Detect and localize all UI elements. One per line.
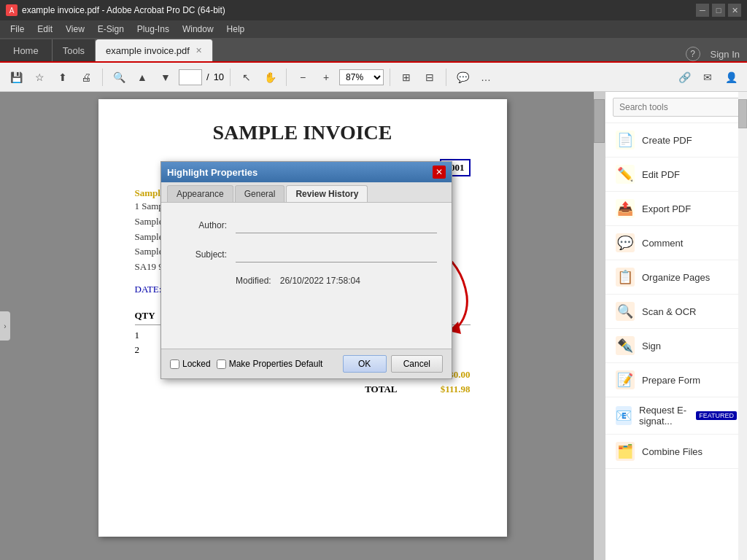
tab-close-button[interactable]: ✕: [196, 46, 202, 55]
print-button[interactable]: 🖨: [76, 67, 96, 88]
pdf-scrollbar[interactable]: [594, 92, 605, 560]
bookmark-button[interactable]: ☆: [29, 67, 50, 88]
menu-window[interactable]: Window: [177, 23, 220, 36]
fit-page-button[interactable]: ⊞: [396, 67, 417, 88]
maximize-button[interactable]: □: [712, 4, 725, 17]
subject-field: Subject: Invoice Number: [176, 246, 437, 262]
dialog-content: Author: lee Subject: Invoice Number Modi…: [161, 203, 452, 349]
locked-checkbox[interactable]: [170, 359, 179, 369]
tool-item-request-esign[interactable]: 📧 Request E-signat... FEATURED: [605, 397, 747, 435]
date-label: DATE:: [135, 284, 162, 295]
ok-button[interactable]: OK: [343, 355, 387, 373]
cancel-button[interactable]: Cancel: [391, 355, 443, 373]
zoom-out-button[interactable]: 🔍: [109, 67, 129, 88]
menu-plugins[interactable]: Plug-Ins: [131, 23, 175, 36]
modified-field: Modified: 26/10/2022 17:58:04: [176, 276, 437, 293]
main-area: › SAMPLE INVOICE INVOICE NO: 1001 Sample…: [0, 92, 747, 560]
save-button[interactable]: 💾: [6, 67, 26, 88]
page-total: 10: [214, 71, 224, 82]
zoom-select[interactable]: 87% 50% 75% 100% 125% 150%: [339, 69, 384, 85]
pdf-scrollbar-thumb[interactable]: [594, 99, 605, 143]
menu-bar: File Edit View E-Sign Plug-Ins Window He…: [0, 20, 747, 38]
tools-scrollbar-thumb[interactable]: [738, 99, 747, 128]
organize-pages-icon: 📋: [616, 268, 635, 287]
title-bar: A example invoice.pdf - Adobe Acrobat Pr…: [0, 0, 747, 20]
tool-item-scan-ocr[interactable]: 🔍 Scan & OCR: [605, 295, 747, 329]
tab-home[interactable]: Home: [0, 39, 53, 61]
tab-file[interactable]: example invoice.pdf ✕: [96, 39, 213, 61]
total-label: TOTAL: [365, 384, 397, 395]
dialog-tab-review-history[interactable]: Review History: [286, 185, 368, 202]
dialog-tab-appearance[interactable]: Appearance: [167, 185, 233, 202]
menu-esign[interactable]: E-Sign: [92, 23, 130, 36]
link-button[interactable]: 🔗: [674, 67, 694, 88]
page-input[interactable]: 1: [179, 69, 202, 85]
tool-label-export-pdf: Export PDF: [642, 203, 691, 214]
close-button[interactable]: ✕: [728, 4, 741, 17]
pdf-area[interactable]: › SAMPLE INVOICE INVOICE NO: 1001 Sample…: [0, 92, 605, 560]
dialog-footer-buttons: OK Cancel: [343, 355, 443, 373]
tools-search-input[interactable]: [613, 98, 740, 117]
make-default-label: Make Properties Default: [229, 359, 323, 369]
tool-item-combine-files[interactable]: 🗂️ Combine Files: [605, 435, 747, 469]
tools-panel: 📄 Create PDF ✏️ Edit PDF 📤 Export PDF 💬 …: [605, 92, 747, 560]
next-page-button[interactable]: ▼: [155, 67, 176, 88]
menu-help[interactable]: Help: [221, 23, 251, 36]
author-input[interactable]: lee: [236, 217, 437, 233]
menu-view[interactable]: View: [60, 23, 90, 36]
toolbar-sep-3: [286, 69, 287, 86]
tool-label-comment: Comment: [642, 238, 683, 249]
tools-scrollbar[interactable]: [738, 92, 747, 560]
menu-edit[interactable]: Edit: [31, 23, 58, 36]
share-button[interactable]: ⬆: [53, 67, 73, 88]
page-nav: 1 / 10: [179, 69, 224, 85]
comment-button[interactable]: 💬: [452, 67, 473, 88]
page-separator: /: [206, 71, 209, 82]
tool-item-organize-pages[interactable]: 📋 Organize Pages: [605, 260, 747, 295]
author-field: Author: lee: [176, 217, 437, 233]
subject-input[interactable]: Invoice Number: [236, 246, 437, 262]
app-icon: A: [6, 4, 18, 16]
zoom-out-small-button[interactable]: −: [293, 67, 313, 88]
tool-item-create-pdf[interactable]: 📄 Create PDF: [605, 123, 747, 158]
make-default-checkbox[interactable]: [217, 359, 226, 369]
tab-tools[interactable]: Tools: [53, 39, 96, 61]
dialog-close-button[interactable]: ✕: [433, 166, 446, 179]
account-button[interactable]: 👤: [721, 67, 741, 88]
toolbar-sep-1: [102, 69, 103, 86]
create-pdf-icon: 📄: [616, 131, 635, 149]
tool-item-sign[interactable]: ✒️ Sign: [605, 329, 747, 363]
ruler-button[interactable]: ⊟: [419, 67, 440, 88]
make-default-checkbox-label[interactable]: Make Properties Default: [217, 359, 323, 369]
dialog-title-bar: Highlight Properties ✕: [161, 162, 452, 182]
tool-item-export-pdf[interactable]: 📤 Export PDF: [605, 192, 747, 226]
locked-checkbox-label[interactable]: Locked: [170, 359, 211, 369]
left-panel-toggle[interactable]: ›: [0, 311, 10, 341]
tool-label-sign: Sign: [642, 341, 661, 351]
request-esign-icon: 📧: [616, 406, 632, 425]
dialog-tabs: Appearance General Review History: [161, 182, 452, 203]
app-title: example invoice.pdf - Adobe Acrobat Pro …: [22, 5, 225, 15]
sign-in-button[interactable]: Sign In: [711, 49, 740, 60]
toolbar-sep-5: [446, 69, 446, 86]
comment-icon: 💬: [616, 233, 635, 252]
more-button[interactable]: …: [476, 67, 496, 88]
hand-tool-button[interactable]: ✋: [260, 67, 280, 88]
cursor-tool-button[interactable]: ↖: [236, 67, 257, 88]
dialog-tab-general[interactable]: General: [235, 185, 285, 202]
zoom-in-button[interactable]: +: [316, 67, 336, 88]
invoice-title: SAMPLE INVOICE: [135, 121, 471, 144]
toolbar: 💾 ☆ ⬆ 🖨 🔍 ▲ ▼ 1 / 10 ↖ ✋ − + 87% 50% 75%…: [0, 63, 747, 92]
tool-item-edit-pdf[interactable]: ✏️ Edit PDF: [605, 158, 747, 192]
help-icon[interactable]: ?: [686, 47, 700, 61]
prev-page-button[interactable]: ▲: [132, 67, 152, 88]
combine-files-icon: 🗂️: [616, 442, 635, 461]
tools-search: [605, 92, 747, 123]
tool-item-comment[interactable]: 💬 Comment: [605, 226, 747, 260]
tool-label-create-pdf: Create PDF: [642, 135, 692, 146]
highlight-properties-dialog[interactable]: Highlight Properties ✕ Appearance Genera…: [160, 161, 452, 379]
tool-item-prepare-form[interactable]: 📝 Prepare Form: [605, 363, 747, 397]
minimize-button[interactable]: ─: [696, 4, 709, 17]
menu-file[interactable]: File: [4, 23, 30, 36]
mail-button[interactable]: ✉: [697, 67, 718, 88]
